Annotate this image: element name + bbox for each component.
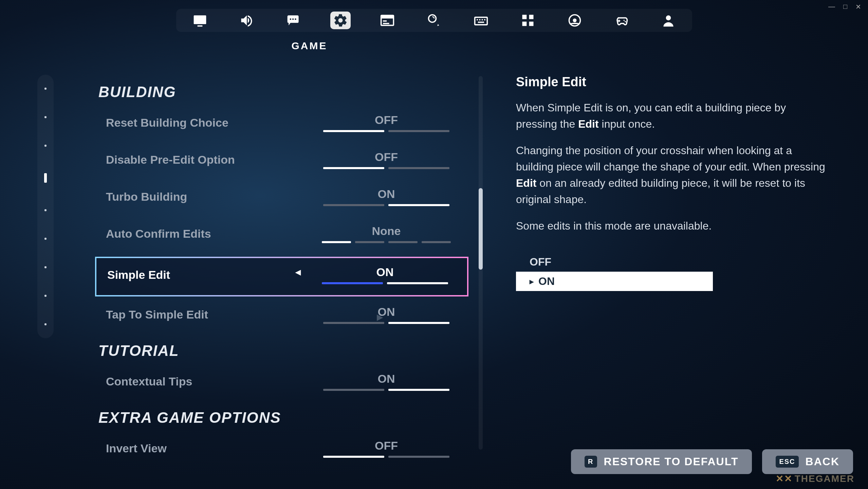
svg-point-4 <box>292 18 293 20</box>
tab-controller-settings[interactable] <box>565 12 585 29</box>
svg-rect-11 <box>475 17 487 25</box>
section-dot[interactable] <box>44 238 47 240</box>
section-dot[interactable] <box>44 209 47 211</box>
setting-value: OFF <box>315 113 458 127</box>
svg-rect-14 <box>481 19 483 20</box>
setting-invert-view[interactable]: Invert View OFF <box>95 434 468 467</box>
back-button[interactable]: ESC BACK <box>762 449 853 474</box>
setting-label: Contextual Tips <box>106 375 192 388</box>
setting-label: Auto Confirm Edits <box>106 227 211 240</box>
svg-rect-8 <box>383 20 387 22</box>
setting-auto-confirm-edits[interactable]: Auto Confirm Edits None <box>95 220 468 253</box>
setting-label: Disable Pre-Edit Option <box>106 153 235 166</box>
svg-rect-18 <box>529 15 533 19</box>
bottom-buttons: R RESTORE TO DEFAULT ESC BACK <box>571 449 853 474</box>
description-panel: Simple Edit When Simple Edit is on, you … <box>516 75 828 291</box>
option-list: OFF ON <box>516 252 713 291</box>
setting-value: ON <box>315 305 458 319</box>
setting-simple-edit[interactable]: Simple Edit ◄ ON ► <box>95 257 468 296</box>
setting-value-wrap: None <box>315 224 458 243</box>
section-building: BUILDING <box>98 84 465 101</box>
setting-contextual-tips[interactable]: Contextual Tips ON <box>95 367 468 400</box>
restore-default-button[interactable]: R RESTORE TO DEFAULT <box>571 449 752 474</box>
description-paragraph: Some edits in this mode are unavailable. <box>516 218 828 234</box>
watermark: ✕✕THEGAMER <box>776 473 854 484</box>
svg-point-22 <box>573 19 576 22</box>
tab-chat[interactable] <box>283 12 304 29</box>
svg-point-24 <box>625 21 626 22</box>
svg-point-27 <box>666 15 671 20</box>
svg-point-23 <box>623 20 625 21</box>
setting-value: ON <box>315 187 458 201</box>
section-dot-active[interactable] <box>44 173 47 183</box>
svg-rect-1 <box>197 25 202 27</box>
section-dot[interactable] <box>44 323 47 325</box>
svg-rect-20 <box>529 22 533 26</box>
tab-game[interactable] <box>330 12 351 29</box>
setting-value-wrap: ON <box>315 187 458 206</box>
top-nav <box>176 9 692 32</box>
setting-value-wrap: OFF <box>315 113 458 132</box>
setting-value-wrap: ON <box>315 305 458 324</box>
close-button[interactable]: ✕ <box>855 3 861 11</box>
window-controls: — □ ✕ <box>828 3 861 11</box>
tab-account[interactable] <box>658 12 679 29</box>
button-label: BACK <box>806 455 839 468</box>
setting-label: Simple Edit <box>107 268 170 282</box>
setting-value: None <box>315 224 458 238</box>
section-dot[interactable] <box>44 116 47 118</box>
tab-touch[interactable] <box>424 12 444 29</box>
svg-rect-13 <box>479 19 480 20</box>
section-indicator <box>37 75 54 338</box>
section-dot[interactable] <box>44 295 47 297</box>
svg-rect-7 <box>381 15 393 18</box>
scrollbar[interactable] <box>479 76 483 450</box>
section-dot[interactable] <box>44 88 47 90</box>
svg-rect-15 <box>484 19 485 20</box>
description-title: Simple Edit <box>516 75 828 89</box>
setting-value-wrap: OFF <box>315 150 458 169</box>
setting-reset-building-choice[interactable]: Reset Building Choice OFF <box>95 109 468 142</box>
setting-turbo-building[interactable]: Turbo Building ON <box>95 183 468 216</box>
svg-rect-26 <box>618 20 620 22</box>
svg-point-5 <box>295 18 296 20</box>
description-paragraph: Changing the position of your crosshair … <box>516 142 828 207</box>
setting-value: ON <box>315 372 458 385</box>
option-on[interactable]: ON <box>516 272 713 291</box>
tab-audio[interactable] <box>237 12 257 29</box>
section-tutorial: TUTORIAL <box>98 342 465 359</box>
tab-display[interactable] <box>190 12 210 29</box>
section-dot[interactable] <box>44 145 47 147</box>
svg-point-10 <box>428 15 436 22</box>
arrow-right-icon[interactable]: ► <box>467 267 468 278</box>
svg-rect-0 <box>193 15 206 24</box>
tab-controller[interactable] <box>611 12 632 29</box>
setting-tap-to-simple-edit[interactable]: Tap To Simple Edit ▶ ON <box>95 301 468 333</box>
arrow-left-icon[interactable]: ◄ <box>293 267 303 278</box>
maximize-button[interactable]: □ <box>843 3 847 11</box>
tab-ui[interactable] <box>377 12 398 29</box>
setting-label: Reset Building Choice <box>106 116 228 129</box>
setting-value-wrap: ◄ ON ► <box>314 266 456 284</box>
setting-value: OFF <box>315 439 458 452</box>
option-off[interactable]: OFF <box>516 252 713 272</box>
svg-rect-12 <box>477 19 478 20</box>
scrollbar-thumb[interactable] <box>479 188 483 270</box>
tab-grid[interactable] <box>518 12 538 29</box>
section-dot[interactable] <box>44 266 47 268</box>
setting-value-wrap: OFF <box>315 439 458 458</box>
svg-rect-16 <box>478 22 484 23</box>
svg-point-3 <box>290 18 291 20</box>
minimize-button[interactable]: — <box>828 3 835 11</box>
setting-value: ON <box>314 266 456 279</box>
setting-disable-pre-edit[interactable]: Disable Pre-Edit Option OFF <box>95 146 468 179</box>
setting-label: Turbo Building <box>106 190 187 203</box>
key-hint: R <box>585 456 597 468</box>
active-tab-label: GAME <box>292 40 328 52</box>
svg-rect-19 <box>522 22 527 26</box>
setting-value: OFF <box>315 150 458 164</box>
setting-label: Invert View <box>106 442 167 455</box>
setting-value-wrap: ON <box>315 372 458 391</box>
description-paragraph: When Simple Edit is on, you can edit a b… <box>516 99 828 132</box>
tab-keyboard[interactable] <box>471 12 491 29</box>
